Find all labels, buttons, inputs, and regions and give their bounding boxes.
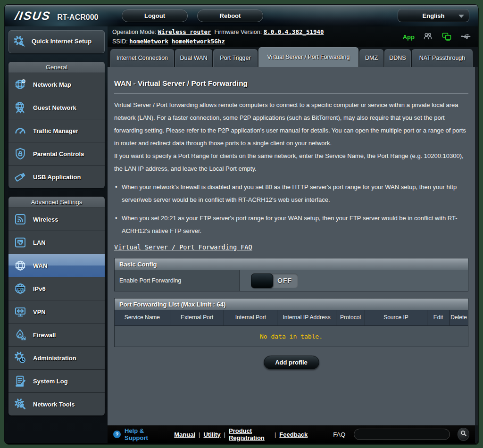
router-admin-window: /ISUS RT-ACR000 Logout Reboot English Qu… xyxy=(5,5,478,443)
traffic-manager-icon xyxy=(13,124,27,138)
sidebar-item-label: Traffic Manager xyxy=(33,127,78,134)
usb-icon[interactable] xyxy=(460,31,471,43)
firmware-version-link[interactable]: 8.0.0.4.382_51940 xyxy=(264,28,324,35)
ssid-links: homeNetwork homeNetwork5Ghz xyxy=(129,38,225,45)
system-log-icon xyxy=(13,374,27,388)
language-value: English xyxy=(423,12,445,19)
sidebar-section: GeneralNetwork MapGuest NetworkTraffic M… xyxy=(8,62,105,188)
tab-nat-passthrough[interactable]: NAT Passthrough xyxy=(412,49,473,67)
sidebar-item-quick-internet-setup[interactable]: Quick Internet Setup xyxy=(8,30,105,53)
faq-link[interactable]: Virtual Server / Port Forwarding FAQ xyxy=(114,243,252,251)
table-empty-row: No data in table. xyxy=(115,326,468,347)
enable-port-forwarding-label: Enable Port Forwarding xyxy=(115,270,240,291)
clients-icon[interactable] xyxy=(422,31,433,43)
sidebar-item-firewall[interactable]: Firewall xyxy=(8,323,105,346)
vpn-icon xyxy=(13,305,27,319)
sidebar-item-traffic-manager[interactable]: Traffic Manager xyxy=(8,119,105,142)
sidebar-item-administration[interactable]: Administration xyxy=(8,346,105,369)
sidebar-section-header: Advanced Settings xyxy=(8,197,105,207)
asus-logo: /ISUS xyxy=(14,9,51,23)
bullet-dot: • xyxy=(114,212,122,237)
sidebar-item-ipv6[interactable]: IPV6IPv6 xyxy=(8,277,105,300)
sidebar-item-wan[interactable]: WAN xyxy=(8,254,105,277)
sidebar-item-network-map[interactable]: Network Map xyxy=(8,73,105,96)
tab-dual-wan[interactable]: Dual WAN xyxy=(175,49,212,67)
app-link[interactable]: App xyxy=(403,33,415,41)
footer-link-separator: | xyxy=(275,431,276,438)
page-content: WAN - Virtual Server / Port Forwarding V… xyxy=(108,67,478,425)
ipv6-icon: IPV6 xyxy=(13,282,27,296)
bullet-dot: • xyxy=(114,181,122,206)
column-header-service-name: Service Name xyxy=(115,310,170,326)
tab-ddns[interactable]: DDNS xyxy=(384,49,411,67)
tab-dmz[interactable]: DMZ xyxy=(359,49,383,67)
firmware-label: Firmware Version: xyxy=(214,29,262,35)
devices-icon[interactable] xyxy=(441,31,452,43)
help-support-link[interactable]: Help & Support xyxy=(125,427,164,441)
basic-config-section: Basic Config Enable Port Forwarding OFF xyxy=(114,258,468,291)
port-forwarding-toggle[interactable]: OFF xyxy=(251,274,298,288)
footer: ? Help & Support Manual|Utility|Product … xyxy=(108,425,478,443)
chevron-down-icon xyxy=(458,15,464,18)
note-text: When you set 20:21 as your FTP server's … xyxy=(122,212,468,237)
footer-link-utility[interactable]: Utility xyxy=(203,431,220,438)
sidebar-item-label: Administration xyxy=(33,355,76,362)
sidebar-item-label: System Log xyxy=(33,378,68,385)
sidebar-item-guest-network[interactable]: Guest Network xyxy=(8,96,105,119)
ssid-link[interactable]: homeNetwork xyxy=(129,38,168,45)
language-dropdown[interactable]: English xyxy=(398,9,469,22)
enable-port-forwarding-value: OFF xyxy=(240,270,468,291)
guest-network-icon xyxy=(13,100,27,115)
column-header-internal-port: Internal Port xyxy=(224,310,277,326)
ssid-link[interactable]: homeNetwork5Ghz xyxy=(172,38,225,45)
status-lines: Operation Mode: Wireless router Firmware… xyxy=(112,27,324,46)
sidebar-item-label: Parental Controls xyxy=(33,150,84,158)
sidebar-item-lan[interactable]: LAN xyxy=(8,231,105,254)
add-profile-wrap: Add profile xyxy=(114,356,468,369)
toggle-state-label: OFF xyxy=(277,277,292,284)
tab-internet-connection[interactable]: Internet Connection xyxy=(110,49,174,67)
sidebar-item-parental-controls[interactable]: Parental Controls xyxy=(8,142,105,165)
faq-search-input[interactable] xyxy=(354,429,450,440)
administration-icon xyxy=(13,351,27,365)
sidebar-item-usb-application[interactable]: USB Application xyxy=(8,165,105,188)
wireless-icon xyxy=(13,212,27,226)
footer-link-feedback[interactable]: Feedback xyxy=(279,431,308,438)
reboot-button[interactable]: Reboot xyxy=(197,9,263,22)
footer-link-manual[interactable]: Manual xyxy=(174,431,195,438)
firewall-icon xyxy=(13,328,27,342)
port-forwarding-list-header: Port Forwarding List (Max Limit : 64) xyxy=(115,299,468,310)
sidebar-section: Advanced SettingsWirelessLANWANIPV6IPv6V… xyxy=(8,197,105,415)
footer-link-product-registration[interactable]: Product Registration xyxy=(229,427,271,441)
lan-icon xyxy=(13,235,27,249)
table-header-row: Service NameExternal PortInternal PortIn… xyxy=(115,310,468,326)
sidebar-item-label: Wireless xyxy=(33,216,58,223)
operation-mode-label: Operation Mode: xyxy=(112,29,156,35)
sidebar-item-label: IPv6 xyxy=(33,285,46,292)
tab-virtual-server-port-forwarding[interactable]: Virtual Server / Port Forwarding xyxy=(258,47,358,67)
logout-button[interactable]: Logout xyxy=(122,9,188,22)
usb-application-icon xyxy=(13,170,27,184)
port-forwarding-list-section: Port Forwarding List (Max Limit : 64) Se… xyxy=(114,298,468,347)
ssid-line: SSID: homeNetwork homeNetwork5Ghz xyxy=(112,37,324,46)
description-paragraph-2: If you want to specify a Port Range for … xyxy=(114,149,468,175)
sidebar: Quick Internet Setup GeneralNetwork MapG… xyxy=(5,26,108,443)
sidebar-item-wireless[interactable]: Wireless xyxy=(8,207,105,231)
sidebar-item-vpn[interactable]: VPN xyxy=(8,300,105,323)
toggle-knob xyxy=(251,274,273,288)
sidebar-item-system-log[interactable]: System Log xyxy=(8,369,105,392)
sidebar-item-network-tools[interactable]: Network Tools xyxy=(8,392,105,415)
sidebar-item-label: Quick Internet Setup xyxy=(32,38,92,45)
footer-link-separator: | xyxy=(199,431,200,438)
tab-port-trigger[interactable]: Port Trigger xyxy=(213,49,258,67)
sidebar-item-label: Network Map xyxy=(33,81,71,88)
add-profile-button[interactable]: Add profile xyxy=(264,356,319,369)
search-icon xyxy=(460,430,467,439)
footer-link-separator: | xyxy=(224,431,225,438)
status-bar: Operation Mode: Wireless router Firmware… xyxy=(108,26,478,47)
network-map-icon xyxy=(13,77,27,91)
column-header-internal-ip-address: Internal IP Address xyxy=(277,310,336,326)
operation-mode-link[interactable]: Wireless router xyxy=(158,28,211,35)
faq-search-button[interactable] xyxy=(458,428,469,441)
note-item: • When you set 20:21 as your FTP server'… xyxy=(114,212,468,237)
